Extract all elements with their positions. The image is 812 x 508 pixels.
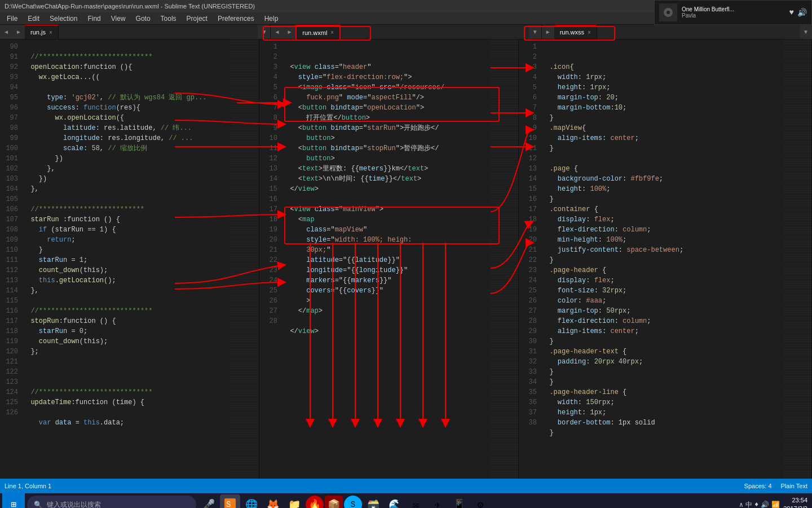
menu-project[interactable]: Project	[182, 14, 212, 24]
taskbar-apps: 🎤 S 🌐 🦊 📁 🔥 📦 S 🗃️ 🌊 ✉️ ✈️ 📱 ⚙️	[198, 494, 737, 508]
music-thumbnail	[659, 3, 677, 21]
clock-time: 23:54	[783, 496, 807, 505]
panel1-line-numbers: 9091929394959697989910010110210310410510…	[0, 40, 20, 479]
panel1-nav-right[interactable]: ►	[12, 25, 25, 39]
panel3-tab-group: ► run.wxss × ▼	[542, 25, 812, 39]
taskbar-search[interactable]: 🔍 键入或说出以搜索	[27, 496, 196, 508]
taskbar-app-ie[interactable]: 🌐	[241, 494, 262, 508]
panel2-tab-dropdown[interactable]: ▼	[529, 25, 541, 39]
volume-icon[interactable]: 🔊	[797, 8, 807, 17]
taskbar-app-mail[interactable]: ✉️	[406, 494, 426, 508]
panel2-minimap	[490, 40, 518, 479]
taskbar-app-chrome[interactable]: 🌊	[385, 494, 405, 508]
taskbar-app-app1[interactable]: 🔥	[306, 496, 324, 508]
status-right: Spaces: 4 Plain Text	[744, 483, 807, 489]
start-button[interactable]: ⊞	[2, 493, 25, 508]
panel3: 1234567891011121314151617181920212223242…	[519, 40, 812, 479]
panel1-code-area[interactable]: 9091929394959697989910010110210310410510…	[0, 40, 259, 479]
panel3-minimap	[783, 40, 811, 479]
panel1-tab-group: ◄ ► run.js × ▼	[0, 25, 271, 39]
panel3-tab-runwxss[interactable]: run.wxss ×	[554, 25, 597, 39]
taskbar-app-files[interactable]: 📁	[284, 494, 304, 508]
panel2-tab-group: ◄ ► run.wxml × ▼	[271, 25, 541, 39]
panel1-tab-close[interactable]: ×	[49, 29, 52, 36]
music-info: One Million Butterfl... Pavla	[682, 6, 785, 19]
taskbar-app-cortana[interactable]: 🎤	[198, 494, 219, 508]
menu-help[interactable]: Help	[260, 14, 283, 24]
status-position[interactable]: Line 1, Column 1	[5, 483, 51, 489]
menu-tools[interactable]: Tools	[156, 14, 181, 24]
taskbar-app-firefox[interactable]: 🦊	[263, 494, 283, 508]
music-controls: ♥ 🔊	[789, 8, 807, 17]
tray-ime[interactable]: 中	[745, 500, 752, 509]
status-encoding[interactable]: Plain Text	[781, 483, 808, 489]
search-label: 键入或说出以搜索	[47, 500, 101, 509]
panel1-tab-runjs[interactable]: run.js ×	[25, 25, 59, 39]
heart-icon[interactable]: ♥	[789, 8, 794, 17]
panel1-nav-left[interactable]: ◄	[0, 25, 12, 39]
panel3-code-content[interactable]: .icon{ width: 1rpx; height: 1rpx; margin…	[539, 40, 783, 479]
panel2-nav-left[interactable]: ◄	[271, 25, 283, 39]
taskbar-app-app3[interactable]: S	[344, 496, 362, 508]
panel3-tab-dropdown[interactable]: ▼	[800, 25, 812, 39]
panel3-code-area[interactable]: 1234567891011121314151617181920212223242…	[519, 40, 811, 479]
tray-network[interactable]: 📶	[771, 501, 780, 509]
menu-view[interactable]: View	[107, 14, 130, 24]
panel1-tab-label: run.js	[30, 29, 46, 36]
taskbar: ⊞ 🔍 键入或说出以搜索 🎤 S 🌐 🦊 📁 🔥 📦 S 🗃️ 🌊 ✉️ ✈️ …	[0, 493, 812, 508]
taskbar-app-app4[interactable]: 🗃️	[363, 494, 383, 508]
panel2-code-area[interactable]: 1234567891011121314151617181920212223242…	[259, 40, 518, 479]
tray-up-arrow[interactable]: ∧	[739, 501, 743, 509]
panel2-code-content[interactable]: <view class="header" style="flex-directi…	[280, 40, 490, 479]
taskbar-right: ∧ 中 ♦ 🔊 📶 23:54 2017/2/2	[739, 496, 810, 508]
panel2-line-numbers: 1234567891011121314151617181920212223242…	[259, 40, 280, 479]
tabs-bar: ◄ ► run.js × ▼ ◄ ► run.wxml × ▼ ► run.wx…	[0, 25, 812, 40]
music-artist: Pavla	[682, 12, 785, 19]
search-icon: 🔍	[34, 501, 42, 508]
menu-file[interactable]: File	[2, 14, 22, 24]
music-widget: One Million Butterfl... Pavla ♥ 🔊	[654, 0, 812, 25]
panel2-tab-close[interactable]: ×	[330, 29, 334, 36]
panels: 9091929394959697989910010110210310410510…	[0, 40, 812, 479]
music-title: One Million Butterfl...	[682, 6, 785, 12]
menu-goto[interactable]: Goto	[131, 14, 155, 24]
svg-text:S: S	[226, 500, 231, 508]
editor-container: ◄ ► run.js × ▼ ◄ ► run.wxml × ▼ ► run.wx…	[0, 25, 812, 479]
panel1-minimap	[231, 40, 259, 479]
title-bar-title: D:\WeChat\weChatApp-Run-master\pages\run…	[5, 3, 255, 10]
menu-edit[interactable]: Edit	[23, 14, 44, 24]
taskbar-app-sublime[interactable]: S	[220, 494, 240, 508]
panel3-nav-left[interactable]: ►	[542, 25, 554, 39]
panel2: 1234567891011121314151617181920212223242…	[259, 40, 519, 479]
panel3-tab-label: run.wxss	[560, 29, 584, 36]
panel3-line-numbers: 1234567891011121314151617181920212223242…	[519, 40, 539, 479]
taskbar-app-app2[interactable]: 📦	[325, 496, 343, 508]
panel1-tab-dropdown[interactable]: ▼	[258, 25, 270, 39]
status-bar: Line 1, Column 1 Spaces: 4 Plain Text	[0, 479, 812, 493]
panel2-nav-right[interactable]: ►	[283, 25, 295, 39]
taskbar-app-settings[interactable]: ⚙️	[470, 494, 491, 508]
menu-preferences[interactable]: Preferences	[213, 14, 259, 24]
sys-tray: ∧ 中 ♦ 🔊 📶	[739, 500, 780, 509]
tray-icon1[interactable]: ♦	[754, 501, 758, 508]
menu-selection[interactable]: Selection	[45, 14, 82, 24]
status-spaces[interactable]: Spaces: 4	[744, 483, 772, 489]
svg-point-2	[667, 11, 670, 14]
panel2-tab-runwxml[interactable]: run.wxml ×	[295, 25, 341, 39]
clock-date: 2017/2/2	[783, 505, 807, 508]
menu-find[interactable]: Find	[83, 14, 105, 24]
taskbar-clock[interactable]: 23:54 2017/2/2	[783, 496, 807, 508]
taskbar-app-telegram[interactable]: ✈️	[427, 494, 448, 508]
panel2-tab-label: run.wxml	[302, 29, 327, 36]
panel3-tab-close[interactable]: ×	[588, 29, 591, 36]
panel1-code-content[interactable]: //**************************** openLocat…	[20, 40, 231, 479]
tray-icon2[interactable]: 🔊	[761, 501, 769, 509]
taskbar-app-code[interactable]: 📱	[449, 494, 469, 508]
panel1: 9091929394959697989910010110210310410510…	[0, 40, 259, 479]
